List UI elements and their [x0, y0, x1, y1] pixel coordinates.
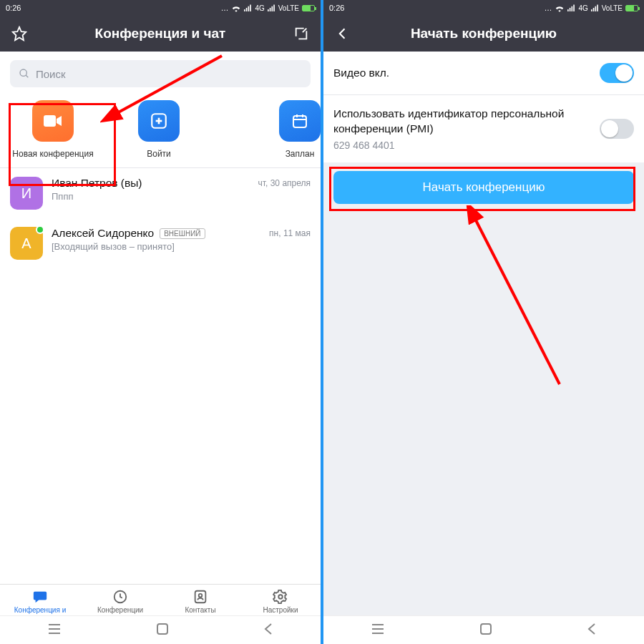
calendar-icon	[279, 100, 321, 142]
search-input[interactable]: Поиск	[10, 60, 311, 87]
page-title: Конференция и чат	[29, 26, 292, 42]
chat-row[interactable]: А Алексей Сидоренко ВНЕШНИЙ [Входящий вы…	[0, 218, 321, 268]
wifi-icon	[231, 4, 241, 12]
svg-rect-26	[157, 624, 167, 634]
avatar: А	[10, 227, 43, 260]
svg-rect-32	[591, 9, 592, 11]
search-container: Поиск	[0, 52, 321, 93]
schedule-button[interactable]: Заплан	[265, 100, 321, 159]
chat-preview: Пппп	[52, 191, 250, 202]
svg-line-10	[26, 75, 28, 77]
pmi-toggle-row[interactable]: Использовать идентификатор персональной …	[323, 95, 644, 162]
svg-rect-2	[248, 6, 250, 11]
wifi-icon	[555, 4, 565, 12]
external-badge: ВНЕШНИЙ	[160, 228, 205, 239]
home-button[interactable]	[156, 623, 169, 638]
pmi-number: 629 468 4401	[333, 140, 591, 151]
tab-settings[interactable]: Настройки	[240, 589, 321, 614]
tab-contacts[interactable]: Контакты	[160, 589, 240, 614]
gear-icon	[273, 589, 288, 605]
svg-rect-11	[44, 115, 56, 127]
svg-rect-3	[250, 4, 252, 11]
join-label: Войти	[147, 149, 171, 159]
svg-rect-34	[595, 6, 596, 11]
chat-row[interactable]: И Иван Петров (вы) Пппп чт, 30 апреля	[0, 168, 321, 218]
start-meeting-button[interactable]: Начать конференцию	[333, 171, 634, 204]
settings-list: Видео вкл. Использовать идентификатор пе…	[323, 52, 644, 162]
network-type: 4G	[578, 4, 587, 12]
svg-rect-30	[572, 6, 573, 11]
contacts-icon	[192, 589, 208, 605]
signal-icon	[567, 4, 575, 12]
chat-name: Алексей Сидоренко	[52, 227, 154, 240]
svg-rect-6	[271, 6, 273, 11]
annotation-arrow	[459, 205, 574, 391]
status-bar: 0:26 … 4G VoLTE	[323, 0, 644, 16]
back-button[interactable]	[263, 623, 273, 638]
battery-icon	[302, 5, 315, 11]
svg-rect-15	[293, 116, 306, 127]
chat-date: пн, 11 мая	[269, 227, 311, 238]
svg-rect-28	[567, 9, 569, 11]
search-icon	[19, 68, 30, 79]
svg-rect-7	[273, 4, 275, 11]
svg-rect-31	[574, 4, 575, 11]
schedule-label: Заплан	[286, 149, 315, 159]
video-label: Видео вкл.	[333, 67, 591, 79]
phone-right: 0:26 … 4G VoLTE Начать конференцию Видео…	[323, 0, 644, 644]
signal-icon-2	[591, 4, 599, 12]
clock-icon	[112, 589, 128, 605]
svg-point-21	[199, 594, 203, 597]
pmi-label: Использовать идентификатор персональной …	[333, 107, 591, 137]
chat-icon	[31, 589, 49, 605]
video-toggle[interactable]	[600, 63, 634, 83]
svg-rect-29	[570, 7, 571, 11]
search-placeholder: Поиск	[36, 68, 66, 80]
android-nav-bar	[0, 615, 321, 644]
dots-icon: …	[220, 4, 228, 12]
svg-rect-0	[244, 9, 245, 11]
presence-indicator	[36, 225, 44, 234]
recent-apps-button[interactable]	[47, 623, 62, 638]
volte-label: VoLTE	[602, 4, 623, 12]
bottom-tabs: Конференция и Конференции Контакты Настр…	[0, 584, 321, 615]
tab-meetings[interactable]: Конференции	[80, 589, 160, 614]
pmi-toggle[interactable]	[600, 119, 634, 139]
battery-icon	[625, 5, 638, 11]
home-button[interactable]	[479, 623, 492, 638]
avatar: И	[10, 177, 43, 210]
svg-rect-35	[597, 4, 598, 11]
back-button[interactable]	[587, 623, 597, 638]
video-toggle-row[interactable]: Видео вкл.	[323, 52, 644, 94]
svg-point-22	[278, 595, 283, 599]
phone-left: 0:26 … 4G VoLTE Конференция и чат Поиск	[0, 0, 321, 644]
svg-point-9	[20, 69, 26, 76]
join-button[interactable]: Войти	[106, 100, 212, 159]
app-header: Начать конференцию	[323, 16, 644, 52]
action-row: Новая конференция Войти Заплан	[0, 93, 321, 168]
signal-icon	[244, 4, 252, 12]
volte-label: VoLTE	[278, 4, 299, 12]
svg-marker-8	[13, 27, 26, 40]
new-meeting-label: Новая конференция	[12, 149, 93, 159]
svg-rect-4	[268, 9, 269, 11]
new-meeting-button[interactable]: Новая конференция	[0, 100, 106, 159]
network-type: 4G	[255, 4, 264, 12]
video-icon	[32, 100, 74, 142]
signal-icon-2	[268, 4, 275, 12]
svg-rect-33	[592, 7, 594, 11]
page-title: Начать конференцию	[352, 26, 615, 42]
svg-rect-40	[481, 624, 491, 634]
dots-icon: …	[544, 4, 552, 12]
chat-preview: [Входящий вызов – принято]	[52, 241, 260, 252]
back-icon[interactable]	[333, 24, 352, 43]
svg-line-36	[474, 216, 560, 384]
compose-icon[interactable]	[292, 24, 311, 43]
tab-chat[interactable]: Конференция и	[0, 589, 80, 614]
svg-rect-1	[246, 7, 248, 11]
svg-rect-5	[269, 7, 270, 11]
star-icon[interactable]	[10, 24, 29, 43]
recent-apps-button[interactable]	[371, 623, 385, 638]
status-bar: 0:26 … 4G VoLTE	[0, 0, 321, 16]
status-time: 0:26	[329, 4, 344, 12]
